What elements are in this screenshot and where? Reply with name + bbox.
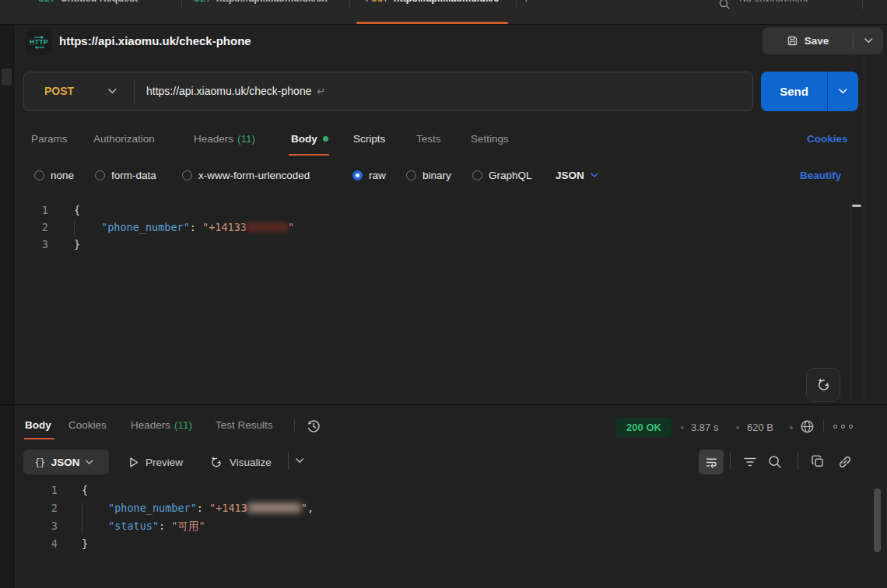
send-options-chevron[interactable] — [828, 89, 858, 94]
divider — [823, 420, 824, 432]
beautify-link[interactable]: Beautify — [800, 170, 841, 181]
language-dropdown[interactable]: JSON — [556, 170, 598, 181]
response-tab-body[interactable]: Body — [25, 419, 51, 431]
line-number: 1 — [31, 201, 48, 219]
more-options-icon[interactable] — [849, 425, 853, 429]
more-options-icon[interactable] — [841, 425, 845, 429]
http-badge-label: HTTP — [30, 39, 48, 46]
tab-headers[interactable]: Headers(11) — [194, 133, 255, 145]
save-options-chevron[interactable] — [854, 38, 883, 44]
network-globe-icon[interactable] — [799, 418, 815, 435]
radio-icon[interactable] — [34, 170, 44, 180]
more-options-icon[interactable] — [833, 425, 837, 429]
chevron-down-icon — [86, 460, 93, 465]
code-line: 2 "phone_number": "+1413", — [0, 499, 864, 516]
code-token: } — [74, 236, 80, 253]
active-tab-underline — [356, 22, 508, 24]
history-icon[interactable] — [305, 418, 322, 435]
line-number: 3 — [31, 236, 48, 253]
code-token: } — [82, 535, 88, 552]
method-chevron-icon[interactable] — [108, 89, 117, 94]
request-tab-strip: GET Untitled Request GET https://api.xia… — [0, 0, 887, 25]
line-number: 1 — [39, 481, 58, 499]
divider — [798, 453, 798, 470]
request-tab-get-url[interactable]: GET https://api.xiaomu.uk/ch — [194, 0, 328, 5]
save-split-button: Save — [763, 27, 883, 54]
visualize-button[interactable]: Visualize — [209, 450, 272, 474]
http-request-icon: HTTP — [26, 29, 52, 55]
divider — [288, 453, 289, 470]
postbot-button[interactable] — [806, 368, 840, 402]
code-tokens: "phone_number": "+1413", — [108, 499, 314, 516]
radio-icon[interactable] — [472, 170, 482, 180]
mode-raw-selected[interactable]: raw — [352, 170, 386, 181]
tab-label: Untitled Request — [61, 0, 138, 5]
new-tab-button[interactable]: + — [523, 0, 530, 5]
search-response-icon[interactable] — [767, 454, 783, 470]
cookies-link[interactable]: Cookies — [807, 133, 848, 145]
json-key: "phone_number" — [101, 221, 190, 233]
chevron-down-icon — [591, 173, 598, 178]
arrow-left-icon — [33, 46, 45, 49]
preview-button[interactable]: Preview — [128, 450, 183, 474]
radio-icon[interactable] — [406, 170, 416, 180]
active-response-tab-underline — [24, 438, 54, 439]
enter-hint: ↵ — [317, 86, 325, 97]
mode-graphql[interactable]: GraphQL — [472, 170, 532, 181]
request-tab-active[interactable]: POST https://api.xiaomu.uk/c — [366, 0, 499, 5]
response-scrollbar-thumb[interactable] — [874, 488, 881, 552]
mode-form-data[interactable]: form-data — [95, 170, 156, 181]
response-tab-cookies[interactable]: Cookies — [68, 419, 107, 431]
mode-label: x-www-form-urlencoded — [198, 170, 310, 181]
tab-settings[interactable]: Settings — [471, 133, 509, 145]
tab-tests[interactable]: Tests — [416, 133, 441, 145]
radio-icon[interactable] — [95, 170, 105, 180]
editor-scrollbar-thumb[interactable] — [852, 205, 861, 207]
json-string-value: "可用" — [171, 520, 205, 532]
line-number: 3 — [39, 517, 58, 534]
json-key: "phone_number" — [108, 502, 197, 514]
dot-separator — [736, 426, 739, 429]
headers-count: (11) — [174, 419, 192, 431]
tab-scripts[interactable]: Scripts — [353, 133, 385, 145]
wrap-text-button[interactable] — [699, 450, 724, 474]
mode-binary[interactable]: binary — [406, 170, 451, 181]
mode-urlencoded[interactable]: x-www-form-urlencoded — [182, 170, 310, 181]
response-time: 3.87 s — [691, 422, 718, 433]
chevron-down-icon — [839, 89, 847, 94]
dot-separator — [681, 426, 684, 429]
mode-none[interactable]: none — [34, 170, 74, 181]
response-format-dropdown[interactable]: {} JSON — [23, 450, 109, 474]
line-number: 2 — [31, 219, 48, 236]
code-tokens: "status": "可用" — [108, 517, 205, 534]
visualize-label: Visualize — [230, 457, 272, 468]
save-button[interactable]: Save — [763, 35, 853, 47]
radio-selected-icon[interactable] — [352, 170, 363, 180]
postman-app: GET Untitled Request GET https://api.xia… — [0, 0, 887, 588]
environment-selector[interactable]: No environment — [739, 0, 808, 5]
redacted-phone-digits — [247, 503, 301, 513]
json-comma: , — [307, 502, 314, 514]
radio-icon[interactable] — [182, 170, 192, 180]
tab-body[interactable]: Body — [291, 133, 317, 145]
filter-icon[interactable] — [742, 454, 758, 470]
tab-params[interactable]: Params — [31, 133, 68, 145]
visualize-options-chevron[interactable] — [296, 458, 304, 464]
editor-scroll-track — [850, 199, 851, 401]
code-tokens: "phone_number": "+14133" — [101, 219, 294, 236]
redacted-phone-digits — [247, 222, 288, 232]
response-tab-test-results[interactable]: Test Results — [216, 419, 273, 431]
sidebar-handle[interactable] — [2, 68, 12, 86]
method-badge-post: POST — [366, 0, 388, 5]
response-tab-headers[interactable]: Headers(11) — [131, 419, 192, 431]
send-button[interactable]: Send — [761, 85, 827, 98]
link-icon[interactable] — [837, 454, 853, 470]
tab-authorization[interactable]: Authorization — [93, 133, 155, 145]
mode-label: binary — [422, 170, 451, 181]
search-icon[interactable] — [718, 0, 731, 10]
method-selector[interactable]: POST — [44, 72, 74, 110]
copy-icon[interactable] — [811, 454, 826, 469]
url-input[interactable]: https://api.xiaomu.uk/check-phone↵ — [146, 72, 325, 110]
request-response-divider[interactable] — [0, 404, 887, 405]
request-tab-untitled[interactable]: GET Untitled Request — [38, 0, 138, 5]
